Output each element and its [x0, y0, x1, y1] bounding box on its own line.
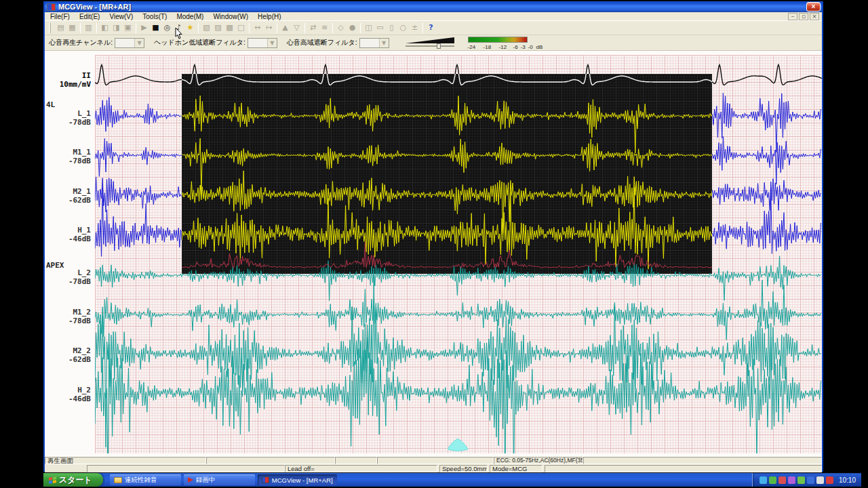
help-icon[interactable]: ? [425, 22, 437, 33]
folder-icon [114, 477, 122, 483]
channel-gain-l_1: -78dB [45, 118, 91, 127]
copy-icon[interactable]: ◨ [111, 22, 122, 33]
menu-item-view[interactable]: View(V) [109, 13, 133, 20]
close-icon[interactable]: × [806, 2, 821, 12]
menu-bar: File(F)Edit(E)View(V)Tools(T)Mode(M)Wind… [45, 12, 822, 21]
waveform-panel[interactable]: 4LAPEXII10mm/mVL_1-78dBM1_1-78dBM2_1-62d… [45, 51, 822, 456]
start-button[interactable]: スタート [43, 473, 103, 487]
mdi-window-buttons: –▫× [788, 13, 819, 20]
menu-item-window[interactable]: Window(W) [213, 13, 248, 20]
favorite-icon[interactable]: ★ [184, 22, 196, 33]
channel-b-icon[interactable]: ▭ [374, 22, 386, 33]
toolbar-grip[interactable] [49, 23, 51, 33]
tray-icon-network[interactable] [760, 476, 767, 484]
menu-item-file[interactable]: File(F) [50, 13, 70, 20]
channel-a-icon[interactable]: ◫ [363, 22, 374, 33]
task-buttons: 連続性雑音録画中MCGView - [MR+AR] [108, 474, 338, 485]
tray-icons [760, 476, 833, 484]
volume-thumb[interactable] [437, 43, 441, 49]
shift-right-icon[interactable]: ↦ [263, 22, 275, 33]
waveform-traces [95, 55, 822, 453]
chevron-down-icon: ▼ [379, 39, 389, 47]
cut-icon[interactable]: ◧ [99, 22, 111, 33]
task-button-3[interactable]: MCGView - [MR+AR] [258, 474, 337, 485]
channel-gain-m2_2: -62dB [45, 355, 91, 364]
mdi-minimize-icon[interactable]: – [788, 13, 797, 20]
toolbar-separator [198, 23, 199, 33]
paste-icon[interactable]: ▣ [122, 22, 134, 33]
tray-icon-input[interactable] [816, 476, 824, 484]
menu-item-help[interactable]: Help(H) [258, 13, 281, 20]
db-tick-label: -18 [484, 44, 492, 50]
task-button-2[interactable]: 録画中 [184, 474, 255, 485]
status-row-2: Lead off= Speed=50.0mm/s Mode=MCG [45, 465, 822, 473]
taskbar-clock: 10:10 [839, 476, 856, 484]
zoom-select-icon[interactable]: ◎ [161, 22, 173, 33]
point-icon[interactable]: ● [347, 22, 358, 33]
status-bar: 再生画面 ECG: 0.05-75Hz,AC(60Hz),MF(35Hz) Le… [45, 456, 822, 472]
menu-item-tools[interactable]: Tools(T) [142, 13, 167, 20]
db-tick-label: -12 [499, 44, 507, 50]
measure-icon[interactable]: ± [409, 22, 420, 33]
channel-d-icon[interactable]: ○ [397, 22, 409, 33]
view-grid3-icon[interactable]: ▩ [224, 22, 235, 33]
title-bar: MCGView - [MR+AR] × [45, 1, 822, 12]
tray-icon-audio[interactable] [807, 476, 814, 484]
toolbar-separator [422, 23, 423, 33]
stop-icon[interactable]: ■ [150, 22, 161, 33]
view-frame-icon[interactable]: □ [235, 22, 247, 33]
print-icon[interactable]: ▥ [83, 22, 94, 33]
channel-name-m2_1: M2_1 [45, 187, 91, 196]
play-icon[interactable]: ▶ [138, 22, 150, 33]
status-row-1: 再生画面 ECG: 0.05-75Hz,AC(60Hz),MF(35Hz) [45, 457, 822, 465]
status-screen-mode: 再生画面 [45, 457, 206, 464]
highcut-filter-select[interactable]: ▼ [359, 38, 389, 48]
mdi-close-icon[interactable]: × [810, 13, 819, 20]
tray-icon-messenger[interactable] [778, 476, 786, 484]
tray-icon-device[interactable] [788, 476, 795, 484]
open-icon[interactable]: ▤ [55, 22, 66, 33]
view-grid2-icon[interactable]: ▨ [212, 22, 224, 33]
toolbar-separator [136, 23, 136, 33]
playback-marker[interactable] [448, 439, 468, 451]
volume-slider[interactable] [404, 37, 457, 49]
marker-icon[interactable]: ◇ [335, 22, 347, 33]
db-tick-label: -0 [528, 44, 533, 50]
toolbar-separator [249, 23, 250, 33]
toolbar-audio: 心音再生チャンネル: ▼ ヘッドホン低域遮断フィルタ: ▼ 心音高域遮断フィルタ… [45, 35, 822, 51]
tray-icon-recording[interactable] [826, 476, 833, 484]
layout-list-icon[interactable]: ≡ [319, 22, 330, 33]
db-tick-label: -24 [468, 44, 476, 50]
gain-down-icon[interactable]: ▽ [291, 22, 302, 33]
system-tray: 10:10 [752, 473, 861, 487]
volume-track[interactable] [406, 45, 454, 47]
windows-flag-icon [49, 476, 56, 484]
toolbar-separator [304, 23, 305, 33]
channel-name-m1_1: M1_1 [45, 148, 91, 157]
toolbar-separator [80, 23, 81, 33]
view-grid1-icon[interactable]: ▧ [201, 22, 212, 33]
group-label-4l: 4L [46, 100, 55, 109]
menu-item-mode[interactable]: Mode(M) [176, 13, 203, 20]
save-icon[interactable]: ▦ [66, 22, 78, 33]
chevron-down-icon: ▼ [267, 39, 277, 47]
expand-horizontal-icon[interactable]: ↔ [252, 22, 263, 33]
status-empty-1 [206, 457, 335, 464]
swap-channels-icon[interactable]: ⇄ [307, 22, 319, 33]
lowcut-filter-select[interactable]: ▼ [248, 38, 277, 48]
channel-c-icon[interactable]: ▯ [386, 22, 397, 33]
channel-gain-h_1: -46dB [45, 235, 91, 243]
flag-icon [188, 477, 193, 483]
highcut-filter-label: 心音高域遮断フィルタ: [287, 38, 357, 47]
gain-up-icon[interactable]: ▲ [279, 22, 291, 33]
mdi-restore-icon[interactable]: ▫ [799, 13, 808, 20]
tray-icon-shield[interactable] [769, 476, 776, 484]
playback-channel-select[interactable]: ▼ [115, 38, 144, 48]
channel-gain-h_2: -46dB [45, 394, 91, 403]
channel-name-h_1: H_1 [45, 226, 91, 235]
menu-item-edit[interactable]: Edit(E) [79, 13, 100, 20]
channel-gain-m1_1: -78dB [45, 157, 91, 165]
tray-icon-update[interactable] [797, 476, 805, 484]
level-meter: -24-18-12-6-3-0dB [468, 35, 549, 50]
task-button-1[interactable]: 連続性雑音 [110, 474, 181, 485]
